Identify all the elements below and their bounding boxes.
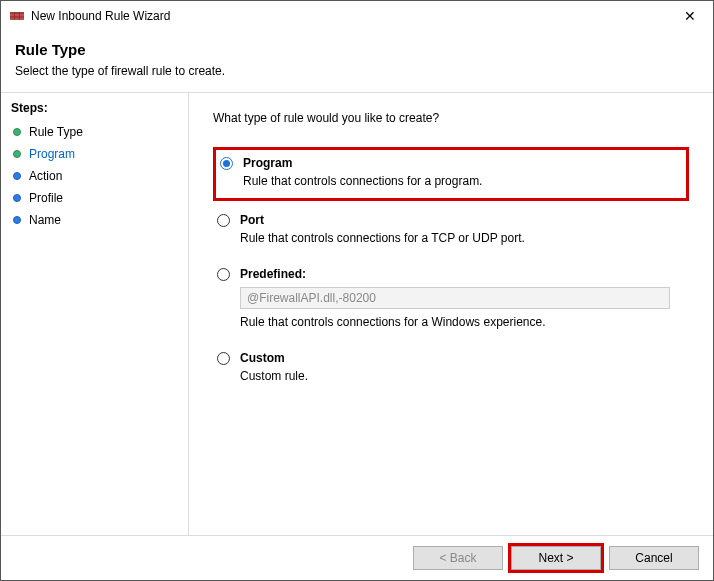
bullet-icon (13, 172, 21, 180)
window-title: New Inbound Rule Wizard (31, 9, 667, 23)
option-desc: Rule that controls connections for a pro… (243, 174, 676, 188)
option-title: Port (240, 213, 264, 227)
step-profile[interactable]: Profile (11, 187, 178, 209)
option-custom[interactable]: Custom Custom rule. (213, 345, 689, 393)
step-label: Profile (29, 191, 63, 205)
step-label: Program (29, 147, 75, 161)
radio-custom[interactable] (217, 352, 230, 365)
titlebar: New Inbound Rule Wizard ✕ (1, 1, 713, 31)
close-button[interactable]: ✕ (667, 1, 713, 31)
step-label: Name (29, 213, 61, 227)
body: Steps: Rule Type Program Action Profile … (1, 93, 713, 535)
steps-label: Steps: (11, 101, 178, 115)
step-name[interactable]: Name (11, 209, 178, 231)
bullet-icon (13, 128, 21, 136)
cancel-button[interactable]: Cancel (609, 546, 699, 570)
main-panel: What type of rule would you like to crea… (189, 93, 713, 535)
page-title: Rule Type (15, 41, 699, 58)
svg-rect-1 (10, 12, 24, 14)
option-title: Predefined: (240, 267, 306, 281)
wizard-window: New Inbound Rule Wizard ✕ Rule Type Sele… (0, 0, 714, 581)
firewall-icon (9, 8, 25, 24)
option-program[interactable]: Program Rule that controls connections f… (213, 147, 689, 201)
footer: < Back Next > Cancel (1, 535, 713, 580)
option-title: Program (243, 156, 292, 170)
radio-program[interactable] (220, 157, 233, 170)
option-title: Custom (240, 351, 285, 365)
step-label: Action (29, 169, 62, 183)
next-button[interactable]: Next > (511, 546, 601, 570)
option-desc: Custom rule. (240, 369, 679, 383)
option-port[interactable]: Port Rule that controls connections for … (213, 207, 689, 255)
svg-rect-3 (14, 12, 15, 20)
option-predefined[interactable]: Predefined: @FirewallAPI.dll,-80200 Rule… (213, 261, 689, 339)
option-desc: Rule that controls connections for a Win… (240, 315, 679, 329)
step-rule-type[interactable]: Rule Type (11, 121, 178, 143)
bullet-icon (13, 194, 21, 202)
bullet-icon (13, 216, 21, 224)
header: Rule Type Select the type of firewall ru… (1, 31, 713, 92)
steps-sidebar: Steps: Rule Type Program Action Profile … (1, 93, 189, 535)
question-text: What type of rule would you like to crea… (213, 111, 689, 125)
back-button: < Back (413, 546, 503, 570)
step-label: Rule Type (29, 125, 83, 139)
step-action[interactable]: Action (11, 165, 178, 187)
svg-rect-4 (19, 12, 20, 20)
bullet-icon (13, 150, 21, 158)
step-program[interactable]: Program (11, 143, 178, 165)
svg-rect-2 (10, 16, 24, 18)
radio-predefined[interactable] (217, 268, 230, 281)
option-desc: Rule that controls connections for a TCP… (240, 231, 679, 245)
predefined-select: @FirewallAPI.dll,-80200 (240, 287, 670, 309)
page-subtitle: Select the type of firewall rule to crea… (15, 64, 699, 78)
radio-port[interactable] (217, 214, 230, 227)
